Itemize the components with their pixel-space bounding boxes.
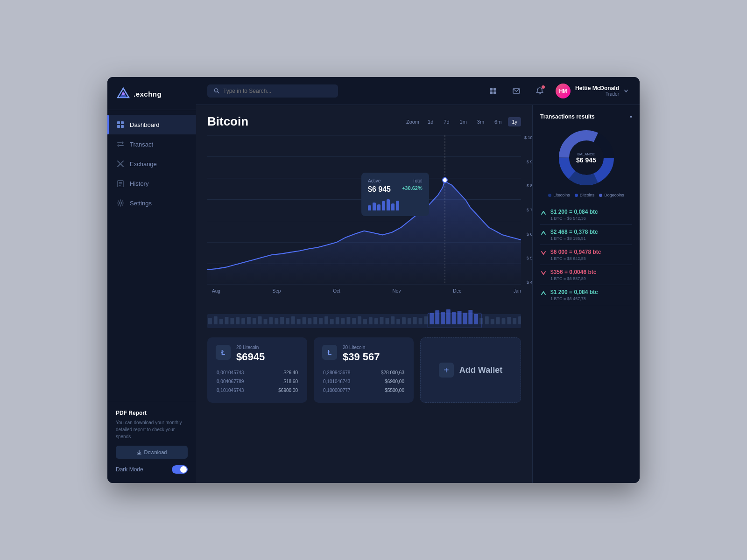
sidebar-item-exchange[interactable]: Exchange — [107, 154, 196, 174]
wallet-address: 0,004067789 — [217, 378, 263, 385]
svg-rect-8 — [119, 145, 124, 146]
user-info[interactable]: HM Hettie McDonald Trader — [556, 84, 628, 98]
tx-info-4: $1 200 = 0,084 btc 1 BTC = $6 467,78 — [550, 289, 632, 301]
y-label-8000: $ 8 000 — [522, 183, 532, 188]
wallet-row: 0,001045743 $26,40 — [217, 369, 298, 377]
legend-label-litecoins: Litecoins — [553, 193, 570, 197]
tx-item-3: $356 = 0,0046 btc 1 BTC = $6 887,89 — [540, 265, 632, 285]
wallet-address: 0,100000777 — [323, 386, 366, 394]
svg-rect-65 — [369, 317, 373, 324]
notification-dot — [542, 85, 545, 89]
sidebar-item-dashboard[interactable]: Dashboard — [107, 115, 196, 134]
add-wallet-label: Add Wallet — [459, 365, 502, 375]
svg-rect-23 — [493, 91, 496, 94]
tx-sub-0: 1 BTC = $6 542,36 — [550, 216, 632, 221]
chart-area: $ 10 000 $ 9 000 $ 8 000 $ 7 000 $ 6 000… — [207, 135, 521, 285]
svg-rect-45 — [258, 316, 262, 324]
svg-rect-57 — [324, 316, 328, 324]
svg-rect-39 — [225, 317, 229, 324]
zoom-7d[interactable]: 7d — [440, 117, 453, 126]
wallets-row: Ł 20 Litecoin $6945 0,001045743 $26,40 — [207, 337, 521, 403]
y-label-10000: $ 10 000 — [522, 135, 532, 140]
zoom-1y[interactable]: 1y — [508, 117, 521, 126]
zoom-1m[interactable]: 1m — [456, 117, 471, 126]
wallet-row: 0,101046743 $6900,00 — [323, 378, 404, 385]
zoom-1d[interactable]: 1d — [424, 117, 437, 126]
mini-chart-svg — [207, 295, 521, 328]
tx-amount-0: $1 200 = 0,084 btc — [550, 209, 632, 215]
svg-rect-43 — [247, 317, 251, 324]
legend-dot-litecoins — [548, 194, 551, 197]
donut-center: BALANCE $6 945 — [576, 152, 596, 164]
transactions-title: Transactions results — [540, 113, 595, 120]
zoom-3m[interactable]: 3m — [473, 117, 488, 126]
wallet-amount-2: $39 567 — [343, 351, 405, 363]
nav: Dashboard Transact Exchange — [107, 110, 196, 402]
sidebar-bottom: PDF Report You can download your monthly… — [107, 402, 196, 483]
svg-rect-77 — [435, 310, 439, 324]
chevron-down-icon — [624, 89, 628, 93]
svg-rect-86 — [485, 316, 489, 324]
wallet-address: 0,001045743 — [217, 369, 263, 377]
sidebar-label-dashboard: Dashboard — [130, 121, 160, 128]
svg-rect-40 — [230, 318, 234, 324]
svg-rect-36 — [208, 318, 212, 324]
svg-rect-51 — [291, 316, 295, 324]
donut-balance-label: BALANCE — [576, 152, 596, 156]
donut-balance-value: $6 945 — [576, 156, 596, 164]
svg-rect-67 — [380, 317, 384, 324]
tx-info-0: $1 200 = 0,084 btc 1 BTC = $6 542,36 — [550, 209, 632, 221]
zoom-6m[interactable]: 6m — [491, 117, 505, 126]
svg-rect-78 — [441, 312, 445, 324]
svg-rect-37 — [214, 316, 218, 324]
download-button[interactable]: Download — [116, 446, 188, 459]
wallet-row: 0,100000777 $5500,00 — [323, 386, 404, 394]
sidebar-item-transact[interactable]: Transact — [107, 134, 196, 154]
notification-button[interactable] — [532, 84, 547, 98]
y-label-6000: $ 6 000 — [522, 232, 532, 237]
main: HM Hettie McDonald Trader Bitcoin — [196, 77, 640, 483]
user-role: Trader — [575, 91, 619, 97]
svg-rect-92 — [518, 316, 521, 324]
svg-rect-21 — [493, 88, 496, 91]
transactions-dropdown[interactable]: ▾ — [630, 114, 632, 119]
legend-label-bitcoins: Bitcoins — [580, 193, 595, 197]
svg-rect-69 — [391, 316, 395, 324]
svg-rect-60 — [341, 318, 345, 324]
exchange-icon — [117, 160, 124, 168]
x-label-dec: Dec — [453, 288, 461, 294]
svg-point-34 — [443, 178, 447, 183]
zoom-controls: Zoom 1d 7d 1m 3m 6m 1y — [406, 117, 521, 126]
dark-mode-toggle[interactable] — [172, 465, 188, 474]
sidebar-item-history[interactable]: History — [107, 174, 196, 193]
svg-point-2 — [122, 92, 125, 95]
sidebar-item-settings[interactable]: Settings — [107, 193, 196, 213]
sidebar-label-history: History — [130, 180, 148, 187]
donut-container: BALANCE $6 945 Litecoins Bitcoins — [540, 127, 632, 197]
add-wallet-card[interactable]: + Add Wallet — [420, 337, 521, 403]
y-axis-labels: $ 10 000 $ 9 000 $ 8 000 $ 7 000 $ 6 000… — [522, 135, 532, 285]
svg-rect-87 — [491, 319, 494, 324]
svg-rect-66 — [374, 318, 378, 324]
wallet-card-1: Ł 20 Litecoin $6945 0,001045743 $26,40 — [207, 337, 307, 403]
tx-up-arrow-1 — [540, 230, 547, 236]
wallet-logo-2: Ł — [322, 345, 337, 360]
svg-rect-71 — [402, 317, 406, 324]
svg-rect-56 — [319, 318, 323, 324]
svg-point-17 — [120, 202, 122, 204]
wallet-row: 0,280943678 $28 000,63 — [323, 369, 404, 377]
svg-rect-4 — [121, 121, 124, 124]
grid-button[interactable] — [486, 84, 500, 98]
svg-rect-73 — [413, 317, 417, 324]
mail-button[interactable] — [509, 84, 524, 98]
tx-amount-1: $2 468 = 0,378 btc — [550, 229, 632, 235]
tx-item-0: $1 200 = 0,084 btc 1 BTC = $6 542,36 — [540, 205, 632, 225]
tx-amount-2: $6 000 = 0,9478 btc — [550, 249, 632, 255]
svg-rect-53 — [303, 317, 306, 324]
wallet-row: 0,101046743 $6900,00 — [217, 386, 298, 394]
transactions-list: $1 200 = 0,084 btc 1 BTC = $6 542,36 $2 … — [540, 205, 632, 305]
wallet-sub-1: 20 Litecoin — [236, 345, 299, 350]
search-bar[interactable] — [207, 84, 338, 98]
tx-amount-3: $356 = 0,0046 btc — [550, 269, 632, 275]
search-input[interactable] — [223, 88, 331, 94]
